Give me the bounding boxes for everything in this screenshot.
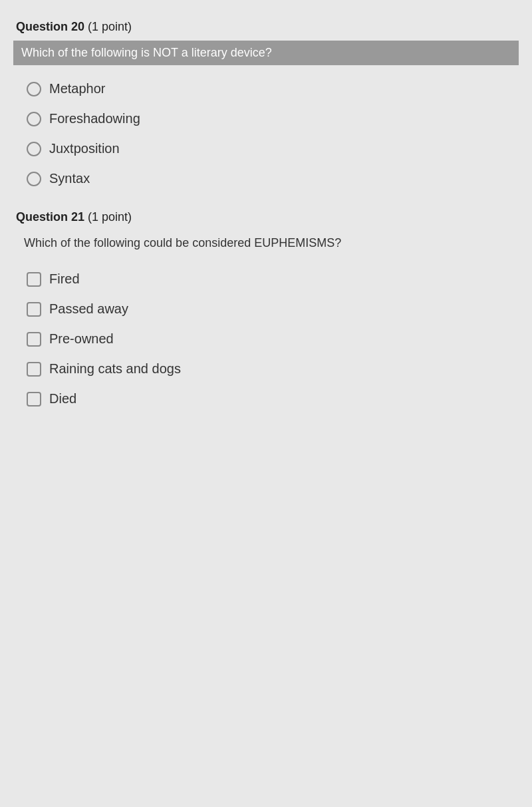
checkbox-square-passed-away[interactable] bbox=[27, 302, 41, 317]
question-20-title: Question 20 bbox=[16, 20, 84, 33]
option-foreshadowing[interactable]: Foreshadowing bbox=[27, 111, 519, 126]
option-label-foreshadowing: Foreshadowing bbox=[49, 111, 140, 126]
option-metaphor[interactable]: Metaphor bbox=[27, 81, 519, 96]
option-label-passed-away: Passed away bbox=[49, 301, 128, 317]
question-21-block: Question 21 (1 point) Which of the follo… bbox=[13, 210, 519, 406]
question-21-points: (1 point) bbox=[88, 210, 132, 224]
question-20-options: Metaphor Foreshadowing Juxtposition Synt… bbox=[13, 81, 519, 186]
option-raining-cats[interactable]: Raining cats and dogs bbox=[27, 361, 519, 377]
option-label-raining-cats: Raining cats and dogs bbox=[49, 361, 181, 377]
checkbox-square-pre-owned[interactable] bbox=[27, 332, 41, 347]
option-died[interactable]: Died bbox=[27, 391, 519, 406]
option-label-fired: Fired bbox=[49, 271, 80, 287]
checkbox-label-passed-away[interactable]: Passed away bbox=[27, 301, 128, 317]
question-20-block: Question 20 (1 point) Which of the follo… bbox=[13, 20, 519, 186]
question-21-header: Question 21 (1 point) bbox=[13, 210, 519, 224]
option-label-metaphor: Metaphor bbox=[49, 81, 106, 96]
checkbox-label-fired[interactable]: Fired bbox=[27, 271, 80, 287]
checkbox-label-raining-cats[interactable]: Raining cats and dogs bbox=[27, 361, 181, 377]
question-21-options: Fired Passed away Pre-owned Raining cats… bbox=[13, 271, 519, 406]
option-label-died: Died bbox=[49, 391, 76, 406]
question-20-text: Which of the following is NOT a literary… bbox=[13, 41, 519, 65]
checkbox-square-raining-cats[interactable] bbox=[27, 362, 41, 377]
question-20-header: Question 20 (1 point) bbox=[13, 20, 519, 34]
option-label-juxtposition: Juxtposition bbox=[49, 141, 120, 156]
option-fired[interactable]: Fired bbox=[27, 271, 519, 287]
radio-label-metaphor[interactable]: Metaphor bbox=[27, 81, 106, 96]
radio-circle-syntax[interactable] bbox=[27, 172, 41, 186]
checkbox-square-fired[interactable] bbox=[27, 272, 41, 287]
radio-label-juxtposition[interactable]: Juxtposition bbox=[27, 141, 120, 156]
radio-circle-foreshadowing[interactable] bbox=[27, 112, 41, 126]
option-juxtposition[interactable]: Juxtposition bbox=[27, 141, 519, 156]
option-passed-away[interactable]: Passed away bbox=[27, 301, 519, 317]
radio-circle-juxtposition[interactable] bbox=[27, 142, 41, 156]
question-21-text: Which of the following could be consider… bbox=[13, 231, 519, 255]
radio-label-foreshadowing[interactable]: Foreshadowing bbox=[27, 111, 140, 126]
question-21-title: Question 21 bbox=[16, 210, 84, 224]
option-pre-owned[interactable]: Pre-owned bbox=[27, 331, 519, 347]
checkbox-label-died[interactable]: Died bbox=[27, 391, 76, 406]
option-syntax[interactable]: Syntax bbox=[27, 171, 519, 186]
radio-circle-metaphor[interactable] bbox=[27, 82, 41, 96]
question-20-points: (1 point) bbox=[88, 20, 132, 33]
option-label-pre-owned: Pre-owned bbox=[49, 331, 114, 347]
option-label-syntax: Syntax bbox=[49, 171, 90, 186]
checkbox-label-pre-owned[interactable]: Pre-owned bbox=[27, 331, 114, 347]
checkbox-square-died[interactable] bbox=[27, 392, 41, 406]
radio-label-syntax[interactable]: Syntax bbox=[27, 171, 90, 186]
